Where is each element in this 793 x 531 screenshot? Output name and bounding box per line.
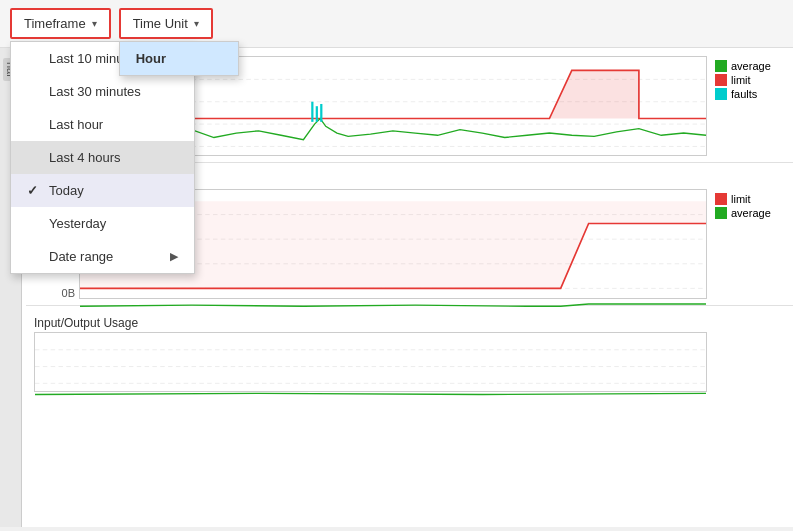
timeframe-dropdown-container: Timeframe ▾ Last 10 minutes Last 30 minu…: [10, 8, 111, 39]
check-lasthour: [27, 117, 43, 132]
legend-limit-mid: limit: [715, 193, 785, 205]
menu-item-lasthour[interactable]: Last hour: [11, 108, 194, 141]
menu-item-today[interactable]: ✓ Today: [11, 174, 194, 207]
timeunit-label: Time Unit: [133, 16, 188, 31]
menu-label-last30: Last 30 minutes: [49, 84, 141, 99]
legend-color-limit-mid: [715, 193, 727, 205]
timeframe-arrow: ▾: [92, 18, 97, 29]
timeunit-button[interactable]: Time Unit ▾: [119, 8, 213, 39]
menu-item-last4hours[interactable]: Last 4 hours: [11, 141, 194, 174]
legend-label-average: average: [731, 60, 771, 72]
daterange-submenu-arrow: ▶: [170, 250, 178, 263]
check-yesterday: [27, 216, 43, 231]
bottom-chart-legend: [715, 332, 785, 340]
timeunit-arrow: ▾: [194, 18, 199, 29]
toolbar: Timeframe ▾ Last 10 minutes Last 30 minu…: [0, 0, 793, 48]
legend-color-limit: [715, 74, 727, 86]
legend-color-average-mid: [715, 207, 727, 219]
check-today: ✓: [27, 183, 43, 198]
bottom-chart-svg: [35, 333, 706, 400]
timeunit-dropdown-container: Time Unit ▾ Hour: [119, 8, 213, 39]
legend-label-limit: limit: [731, 74, 751, 86]
check-last10: [27, 51, 43, 66]
top-chart-legend: average limit faults: [715, 56, 785, 104]
legend-label-faults: faults: [731, 88, 757, 100]
menu-label-last4hours: Last 4 hours: [49, 150, 121, 165]
menu-label-hour: Hour: [136, 51, 166, 66]
bottom-chart-wrapper: [34, 332, 785, 392]
menu-label-yesterday: Yesterday: [49, 216, 106, 231]
timeunit-menu: Hour: [119, 41, 239, 76]
timeframe-button[interactable]: Timeframe ▾: [10, 8, 111, 39]
menu-label-daterange: Date range: [49, 249, 113, 264]
legend-average: average: [715, 60, 785, 72]
check-daterange: [27, 249, 43, 264]
legend-label-average-mid: average: [731, 207, 771, 219]
menu-item-yesterday[interactable]: Yesterday: [11, 207, 194, 240]
menu-label-lasthour: Last hour: [49, 117, 103, 132]
bottom-chart-title: Input/Output Usage: [34, 316, 785, 330]
timeframe-label: Timeframe: [24, 16, 86, 31]
bottom-chart-canvas: [34, 332, 707, 392]
check-last30: [27, 84, 43, 99]
legend-limit: limit: [715, 74, 785, 86]
y-label-0b: 0B: [34, 287, 75, 299]
legend-average-mid: average: [715, 207, 785, 219]
svg-marker-4: [549, 70, 638, 118]
menu-item-last30[interactable]: Last 30 minutes: [11, 75, 194, 108]
menu-item-daterange[interactable]: Date range ▶: [11, 240, 194, 273]
legend-color-faults: [715, 88, 727, 100]
legend-color-average: [715, 60, 727, 72]
menu-label-today: Today: [49, 183, 84, 198]
bottom-chart-section: Input/Output Usage: [26, 310, 793, 394]
legend-label-limit-mid: limit: [731, 193, 751, 205]
legend-faults: faults: [715, 88, 785, 100]
middle-chart-legend: limit average: [715, 189, 785, 223]
check-last4hours: [27, 150, 43, 165]
menu-item-hour[interactable]: Hour: [120, 42, 238, 75]
